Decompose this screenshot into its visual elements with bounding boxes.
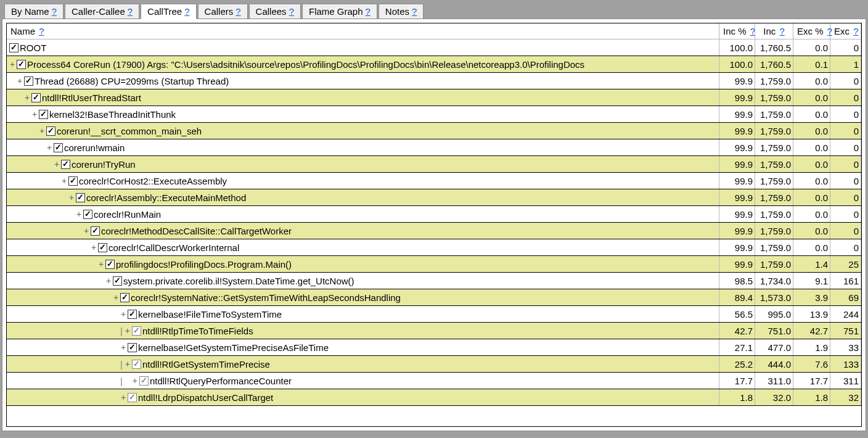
tree-expander-icon[interactable]: +: [91, 243, 97, 252]
cell-name[interactable]: +kernel32!BaseThreadInitThunk: [7, 106, 719, 123]
cell-name[interactable]: +ntdll!LdrpDispatchUserCallTarget: [7, 389, 719, 406]
col-inc[interactable]: Inc ?: [755, 23, 793, 39]
tree-row[interactable]: |+ntdll!RtlQueryPerformanceCounter17.731…: [7, 373, 861, 389]
tree-row[interactable]: +corerun!__scrt_common_main_seh99.91,759…: [7, 123, 861, 139]
tree-expander-icon[interactable]: +: [68, 193, 75, 202]
col-exc[interactable]: Exc ?: [830, 23, 861, 39]
row-checkbox[interactable]: [76, 193, 85, 202]
row-checkbox[interactable]: [139, 376, 149, 386]
tree-row[interactable]: +Thread (26688) CPU=2099ms (Startup Thre…: [7, 73, 861, 89]
col-name[interactable]: Name ?: [7, 23, 719, 39]
help-icon[interactable]: ?: [39, 26, 44, 36]
cell-name[interactable]: +coreclr!Assembly::ExecuteMainMethod: [7, 189, 719, 206]
tree-row[interactable]: +kernelbase!FileTimeToSystemTime56.5995.…: [7, 306, 861, 323]
tree-expander-icon[interactable]: +: [39, 126, 45, 135]
cell-name[interactable]: +coreclr!MethodDescCallSite::CallTargetW…: [7, 223, 719, 239]
help-icon[interactable]: ?: [853, 26, 858, 36]
tree-row[interactable]: +coreclr!CallDescrWorkerInternal99.91,75…: [7, 239, 861, 256]
cell-name[interactable]: +corerun!__scrt_common_main_seh: [7, 123, 719, 139]
cell-name[interactable]: +corerun!wmain: [7, 139, 719, 156]
tree-expander-icon[interactable]: +: [132, 376, 138, 385]
cell-name[interactable]: +corerun!TryRun: [7, 156, 719, 173]
row-checkbox[interactable]: [91, 226, 100, 236]
cell-name[interactable]: +Process64 CoreRun (17900) Args: "C:\Use…: [7, 56, 719, 73]
tab-caller-callee[interactable]: Caller-Callee?: [65, 4, 139, 19]
tree-row[interactable]: ROOT100.01,760.50.00: [7, 39, 861, 56]
tree-row[interactable]: +corerun!wmain99.91,759.00.00: [7, 139, 861, 156]
tab-by-name[interactable]: By Name?: [4, 4, 63, 19]
tree-expander-icon[interactable]: +: [46, 143, 52, 152]
tree-expander-icon[interactable]: +: [83, 226, 89, 235]
tree-row[interactable]: +ntdll!LdrpDispatchUserCallTarget1.832.0…: [7, 389, 861, 406]
row-checkbox[interactable]: [105, 260, 115, 269]
row-checkbox[interactable]: [83, 210, 92, 219]
tab-callees[interactable]: Callees?: [249, 4, 301, 19]
row-checkbox[interactable]: [17, 60, 26, 69]
help-icon[interactable]: ?: [52, 6, 57, 17]
row-checkbox[interactable]: [24, 76, 33, 86]
row-checkbox[interactable]: [98, 243, 107, 252]
tree-expander-icon[interactable]: +: [76, 210, 82, 218]
tree-row[interactable]: +coreclr!CorHost2::ExecuteAssembly99.91,…: [7, 173, 861, 189]
cell-name[interactable]: +kernelbase!GetSystemTimePreciseAsFileTi…: [7, 339, 719, 356]
tree-expander-icon[interactable]: +: [17, 76, 23, 85]
tree-expander-icon[interactable]: +: [120, 393, 126, 402]
tree-row[interactable]: +coreclr!RunMain99.91,759.00.00: [7, 206, 861, 223]
tree-expander-icon[interactable]: +: [54, 160, 60, 168]
tree-row[interactable]: |+ntdll!RtlpTimeToTimeFields42.7751.042.…: [7, 323, 861, 339]
cell-name[interactable]: |+ntdll!RtlGetSystemTimePrecise: [7, 356, 719, 373]
help-icon[interactable]: ?: [750, 26, 755, 36]
cell-name[interactable]: +ntdll!RtlUserThreadStart: [7, 89, 719, 106]
help-icon[interactable]: ?: [779, 26, 784, 36]
cell-name[interactable]: +coreclr!CallDescrWorkerInternal: [7, 239, 719, 256]
tree-expander-icon[interactable]: +: [98, 260, 104, 268]
help-icon[interactable]: ?: [289, 6, 294, 17]
row-checkbox[interactable]: [54, 143, 63, 152]
tree-row[interactable]: +system.private.corelib.il!System.DateTi…: [7, 273, 861, 289]
cell-name[interactable]: +coreclr!SystemNative::GetSystemTimeWith…: [7, 289, 719, 306]
cell-name[interactable]: +kernelbase!FileTimeToSystemTime: [7, 306, 719, 323]
row-checkbox[interactable]: [9, 43, 18, 52]
tree-row[interactable]: +coreclr!MethodDescCallSite::CallTargetW…: [7, 223, 861, 239]
tree-expander-icon[interactable]: +: [61, 176, 67, 185]
tree-row[interactable]: +Process64 CoreRun (17900) Args: "C:\Use…: [7, 56, 861, 73]
tab-flame-graph[interactable]: Flame Graph?: [302, 4, 377, 19]
row-checkbox[interactable]: [128, 393, 137, 402]
tree-expander-icon[interactable]: +: [31, 110, 38, 118]
cell-name[interactable]: ROOT: [7, 39, 719, 56]
tree-expander-icon[interactable]: +: [105, 276, 112, 285]
tree-expander-icon[interactable]: +: [120, 310, 126, 318]
help-icon[interactable]: ?: [128, 6, 133, 17]
col-exc-pct[interactable]: Exc % ?: [793, 23, 830, 39]
cell-name[interactable]: |+ntdll!RtlpTimeToTimeFields: [7, 323, 719, 339]
tree-row[interactable]: +corerun!TryRun99.91,759.00.00: [7, 156, 861, 173]
tree-row[interactable]: +kernel32!BaseThreadInitThunk99.91,759.0…: [7, 106, 861, 123]
cell-name[interactable]: |+ntdll!RtlQueryPerformanceCounter: [7, 373, 719, 389]
row-checkbox[interactable]: [39, 110, 48, 119]
cell-name[interactable]: +coreclr!CorHost2::ExecuteAssembly: [7, 173, 719, 189]
row-checkbox[interactable]: [46, 126, 55, 136]
tab-calltree[interactable]: CallTree?: [141, 4, 196, 19]
row-checkbox[interactable]: [128, 343, 137, 352]
tree-expander-icon[interactable]: +: [120, 343, 126, 352]
cell-name[interactable]: +Thread (26688) CPU=2099ms (Startup Thre…: [7, 73, 719, 89]
row-checkbox[interactable]: [61, 160, 70, 169]
help-icon[interactable]: ?: [366, 6, 371, 17]
tree-row[interactable]: +kernelbase!GetSystemTimePreciseAsFileTi…: [7, 339, 861, 356]
tree-expander-icon[interactable]: +: [125, 360, 131, 368]
tree-row[interactable]: |+ntdll!RtlGetSystemTimePrecise25.2444.0…: [7, 356, 861, 373]
help-icon[interactable]: ?: [235, 6, 240, 17]
row-checkbox[interactable]: [132, 360, 141, 369]
tree-expander-icon[interactable]: +: [24, 93, 30, 102]
cell-name[interactable]: +profilingdocs!ProfilingDocs.Program.Mai…: [7, 256, 719, 273]
row-checkbox[interactable]: [120, 293, 129, 302]
tree-expander-icon[interactable]: +: [9, 60, 15, 68]
tab-callers[interactable]: Callers?: [198, 4, 248, 19]
row-checkbox[interactable]: [128, 310, 137, 319]
tree-row[interactable]: +ntdll!RtlUserThreadStart99.91,759.00.00: [7, 89, 861, 106]
row-checkbox[interactable]: [113, 276, 122, 286]
help-icon[interactable]: ?: [412, 6, 417, 17]
tree-row[interactable]: +coreclr!SystemNative::GetSystemTimeWith…: [7, 289, 861, 306]
col-inc-pct[interactable]: Inc % ?: [719, 23, 755, 39]
row-checkbox[interactable]: [31, 93, 41, 102]
